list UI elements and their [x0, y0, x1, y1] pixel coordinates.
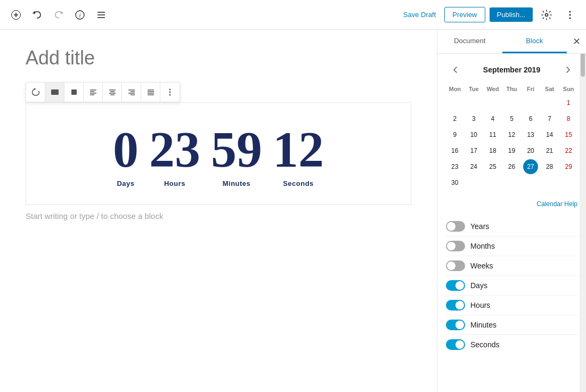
layout-narrow-icon — [70, 88, 78, 96]
reset-button[interactable] — [26, 83, 45, 102]
close-sidebar-button[interactable]: ✕ — [567, 30, 586, 53]
calendar-header: September 2019 — [446, 62, 577, 77]
calendar-next-button[interactable] — [560, 62, 575, 77]
redo-button[interactable] — [49, 5, 68, 24]
calendar-day — [542, 95, 557, 110]
calendar-day[interactable]: 27 — [523, 159, 538, 174]
toggle-knob — [455, 301, 464, 309]
calendar-day[interactable]: 15 — [561, 127, 576, 142]
toggle-row: Seconds — [446, 335, 577, 354]
align-right-button[interactable] — [122, 83, 141, 102]
calendar-day — [447, 95, 462, 110]
toggle-switch-minutes[interactable] — [446, 320, 465, 330]
toggle-knob — [455, 340, 464, 349]
info-button[interactable]: i — [70, 5, 89, 24]
settings-button[interactable] — [537, 5, 556, 24]
preview-button[interactable]: Preview — [444, 7, 485, 22]
calendar-day — [466, 175, 481, 190]
calendar-day[interactable]: 16 — [447, 143, 462, 158]
toggle-label: Days — [470, 281, 487, 290]
menu-button[interactable] — [92, 5, 111, 24]
calendar-day[interactable]: 2 — [447, 111, 462, 126]
calendar-grid: MonTueWedThuFriSatSun1234567891011121314… — [446, 84, 577, 190]
toggle-label: Months — [470, 242, 495, 250]
main-layout: 0 Days 23 Hours 59 Minutes 12 Seconds St… — [0, 30, 586, 392]
calendar-day[interactable]: 29 — [561, 159, 576, 174]
calendar-day[interactable]: 18 — [485, 143, 500, 158]
undo-button[interactable] — [28, 5, 47, 24]
align-center-button[interactable] — [103, 83, 122, 102]
calendar-day[interactable]: 22 — [561, 143, 576, 158]
toggle-switch-weeks[interactable] — [446, 260, 465, 271]
toggle-knob — [455, 321, 464, 329]
publish-button[interactable]: Publish... — [490, 7, 533, 22]
calendar-day[interactable]: 28 — [542, 159, 557, 174]
calendar-day[interactable]: 14 — [542, 127, 557, 142]
calendar-day[interactable]: 20 — [523, 143, 538, 158]
calendar-day — [504, 175, 519, 190]
layout-wide-button[interactable] — [45, 83, 64, 102]
toggle-switch-months[interactable] — [446, 241, 465, 251]
calendar-day[interactable]: 4 — [485, 111, 500, 126]
calendar-day[interactable]: 10 — [466, 127, 481, 142]
scrollbar-track[interactable] — [580, 30, 586, 392]
calendar-day[interactable]: 13 — [523, 127, 538, 142]
toggle-row: Months — [446, 236, 577, 256]
calendar-day[interactable]: 26 — [504, 159, 519, 174]
toggle-row: Hours — [446, 296, 577, 315]
toggle-label: Seconds — [470, 340, 499, 349]
calendar-day[interactable]: 25 — [485, 159, 500, 174]
align-left-button[interactable] — [84, 83, 103, 102]
block-more-button[interactable] — [160, 83, 180, 102]
gear-icon — [541, 10, 552, 20]
calendar-day[interactable]: 23 — [447, 159, 462, 174]
calendar-day[interactable]: 12 — [504, 127, 519, 142]
days-value: 0 — [113, 124, 139, 175]
calendar-day[interactable]: 5 — [504, 111, 519, 126]
toggle-switch-hours[interactable] — [446, 300, 465, 311]
calendar-day-header: Sun — [559, 84, 577, 94]
align-justify-icon — [146, 88, 155, 96]
block-placeholder[interactable]: Start writing or type / to choose a bloc… — [26, 205, 411, 227]
toggle-switch-days[interactable] — [446, 280, 465, 291]
tab-block[interactable]: Block — [502, 30, 567, 53]
calendar-day-header: Sat — [541, 84, 559, 94]
calendar-day[interactable]: 3 — [466, 111, 481, 126]
calendar-day[interactable]: 17 — [466, 143, 481, 158]
calendar-day — [485, 175, 500, 190]
calendar-day[interactable]: 19 — [504, 143, 519, 158]
calendar-day[interactable]: 24 — [466, 159, 481, 174]
toggle-switch-years[interactable] — [446, 221, 465, 232]
toggle-row: Weeks — [446, 256, 577, 276]
more-vert-icon — [565, 10, 575, 20]
calendar-day[interactable]: 30 — [447, 175, 462, 190]
toggle-switch-seconds[interactable] — [446, 339, 465, 350]
toggle-label: Years — [470, 222, 489, 231]
tab-document[interactable]: Document — [437, 30, 502, 53]
calendar-day[interactable]: 7 — [542, 111, 557, 126]
calendar-day[interactable]: 1 — [561, 95, 576, 110]
svg-point-30 — [169, 89, 171, 91]
calendar-day[interactable]: 8 — [561, 111, 576, 126]
align-justify-button[interactable] — [141, 83, 160, 102]
calendar-day[interactable]: 9 — [447, 127, 462, 142]
calendar-day[interactable]: 21 — [542, 143, 557, 158]
save-draft-button[interactable]: Save Draft — [399, 7, 440, 22]
calendar-help-link[interactable]: Calendar Help — [536, 200, 577, 208]
calendar-day[interactable]: 11 — [485, 127, 500, 142]
svg-rect-12 — [51, 89, 59, 95]
svg-point-32 — [169, 94, 171, 96]
layout-narrow-button[interactable] — [64, 83, 84, 102]
hours-label: Hours — [164, 179, 185, 187]
calendar-day[interactable]: 6 — [523, 111, 538, 126]
toggle-knob — [447, 242, 455, 250]
calendar-prev-button[interactable] — [448, 62, 463, 77]
toggle-list: YearsMonthsWeeksDaysHoursMinutesSeconds — [446, 217, 577, 354]
page-title-input[interactable] — [26, 47, 411, 69]
add-block-button[interactable] — [6, 5, 26, 24]
chevron-left-icon — [452, 66, 459, 74]
svg-point-8 — [546, 13, 548, 16]
minutes-label: Minutes — [223, 179, 251, 187]
minutes-unit: 59 Minutes — [211, 124, 262, 187]
more-options-button[interactable] — [560, 5, 580, 24]
